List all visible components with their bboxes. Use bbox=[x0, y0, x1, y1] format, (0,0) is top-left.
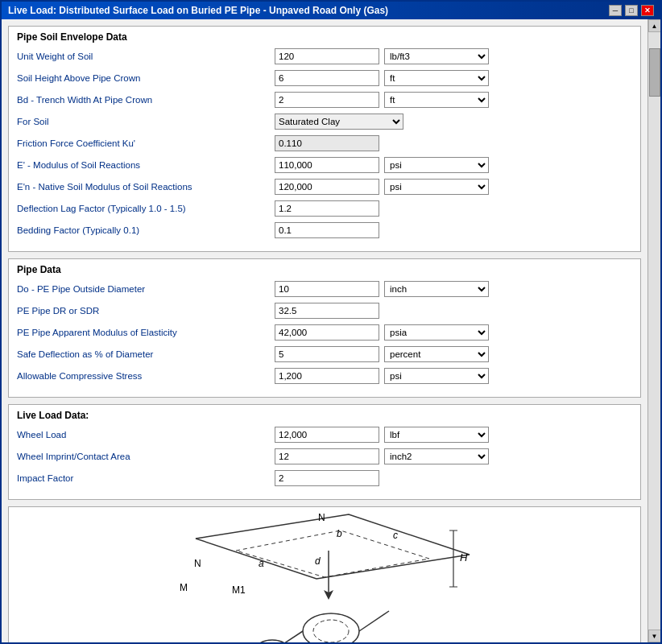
select-modulus-e[interactable]: psi bbox=[384, 157, 489, 173]
window-title: Live Load: Distributed Surface Load on B… bbox=[8, 5, 388, 16]
select-wheel-load[interactable]: lbf bbox=[384, 427, 489, 443]
field-apparent-modulus: PE Pipe Apparent Modulus of Elasticity p… bbox=[17, 324, 632, 341]
scrollbar: ▲ ▼ bbox=[648, 19, 660, 642]
svg-line-9 bbox=[359, 611, 389, 631]
diagram-svg: H N N M M1 a b c d bbox=[131, 506, 518, 642]
input-bedding-factor[interactable] bbox=[275, 222, 379, 238]
field-impact-factor: Impact Factor bbox=[17, 469, 632, 487]
label-wheel-load: Wheel Load bbox=[17, 430, 275, 440]
select-contact-area[interactable]: inch2 bbox=[384, 448, 489, 464]
field-friction: Friction Force Coefficient Ku' bbox=[17, 134, 632, 152]
field-native-modulus: E'n - Native Soil Modulus of Soil Reacti… bbox=[17, 178, 632, 196]
main-window: Live Load: Distributed Surface Load on B… bbox=[0, 0, 662, 644]
label-bedding-factor: Bedding Factor (Typically 0.1) bbox=[17, 225, 275, 235]
input-dr-sdr[interactable] bbox=[275, 303, 379, 319]
m1-label: M1 bbox=[232, 584, 246, 596]
input-safe-deflection[interactable] bbox=[275, 346, 379, 362]
label-friction: Friction Force Coefficient Ku' bbox=[17, 138, 275, 148]
m-label: M bbox=[180, 582, 188, 593]
field-bedding-factor: Bedding Factor (Typically 0.1) bbox=[17, 221, 632, 239]
a-label: a bbox=[259, 558, 264, 569]
input-modulus-e[interactable] bbox=[275, 157, 379, 173]
field-soil-height: Soil Height Above Pipe Crown ft bbox=[17, 69, 632, 87]
label-impact-factor: Impact Factor bbox=[17, 473, 275, 483]
select-unit-weight[interactable]: lb/ft3 bbox=[384, 48, 489, 64]
input-contact-area[interactable] bbox=[275, 448, 379, 464]
main-area: Pipe Soil Envelope Data Unit Weight of S… bbox=[2, 19, 648, 642]
input-wheel-load[interactable] bbox=[275, 427, 379, 443]
label-safe-deflection: Safe Deflection as % of Diameter bbox=[17, 349, 275, 359]
field-modulus-e: E' - Modulus of Soil Reactions psi bbox=[17, 156, 632, 174]
title-controls: ─ □ ✕ bbox=[609, 5, 654, 16]
field-outside-diameter: Do - PE Pipe Outside Diameter inch bbox=[17, 280, 632, 298]
field-unit-weight: Unit Weight of Soil lb/ft3 bbox=[17, 47, 632, 65]
label-trench-width: Bd - Trench Width At Pipe Crown bbox=[17, 95, 275, 105]
svg-marker-1 bbox=[236, 530, 429, 577]
c-label: c bbox=[393, 530, 398, 541]
input-unit-weight[interactable] bbox=[275, 48, 379, 64]
input-soil-height[interactable] bbox=[275, 70, 379, 86]
n-label-left: N bbox=[194, 558, 201, 569]
label-unit-weight: Unit Weight of Soil bbox=[17, 52, 275, 61]
label-dr-sdr: PE Pipe DR or SDR bbox=[17, 306, 275, 316]
field-safe-deflection: Safe Deflection as % of Diameter percent bbox=[17, 345, 632, 363]
input-deflection-lag[interactable] bbox=[275, 200, 379, 217]
select-apparent-modulus[interactable]: psia bbox=[384, 324, 489, 341]
svg-point-10 bbox=[254, 640, 290, 642]
scroll-thumb[interactable] bbox=[649, 48, 660, 97]
field-dr-sdr: PE Pipe DR or SDR bbox=[17, 302, 632, 320]
input-impact-factor[interactable] bbox=[275, 470, 379, 486]
input-outside-diameter[interactable] bbox=[275, 281, 379, 297]
input-apparent-modulus[interactable] bbox=[275, 324, 379, 341]
select-trench-width[interactable]: ft bbox=[384, 92, 489, 108]
label-apparent-modulus: PE Pipe Apparent Modulus of Elasticity bbox=[17, 328, 275, 337]
soil-envelope-section: Pipe Soil Envelope Data Unit Weight of S… bbox=[8, 26, 641, 252]
input-friction bbox=[275, 135, 379, 151]
title-bar: Live Load: Distributed Surface Load on B… bbox=[2, 2, 660, 19]
h-label: H bbox=[460, 551, 468, 564]
select-outside-diameter[interactable]: inch bbox=[384, 281, 489, 297]
select-compressive-stress[interactable]: psi bbox=[384, 368, 489, 384]
input-trench-width[interactable] bbox=[275, 92, 379, 108]
live-load-section: Live Load Data: Wheel Load lbf Wheel Imp… bbox=[8, 404, 641, 500]
label-native-modulus: E'n - Native Soil Modulus of Soil Reacti… bbox=[17, 182, 275, 192]
scroll-up-button[interactable]: ▲ bbox=[648, 19, 661, 32]
input-compressive-stress[interactable] bbox=[275, 368, 379, 384]
label-compressive-stress: Allowable Compressive Stress bbox=[17, 371, 275, 381]
label-soil-height: Soil Height Above Pipe Crown bbox=[17, 73, 275, 83]
live-load-title: Live Load Data: bbox=[17, 410, 632, 421]
d-label: d bbox=[315, 555, 321, 567]
label-modulus-e: E' - Modulus of Soil Reactions bbox=[17, 160, 275, 170]
select-native-modulus[interactable]: psi bbox=[384, 179, 489, 195]
select-safe-deflection[interactable]: percent bbox=[384, 346, 489, 362]
input-native-modulus[interactable] bbox=[275, 179, 379, 195]
pipe-data-section: Pipe Data Do - PE Pipe Outside Diameter … bbox=[8, 258, 641, 398]
field-contact-area: Wheel Imprint/Contact Area inch2 bbox=[17, 448, 632, 465]
window-content: Pipe Soil Envelope Data Unit Weight of S… bbox=[2, 19, 660, 642]
label-contact-area: Wheel Imprint/Contact Area bbox=[17, 452, 275, 461]
scroll-down-button[interactable]: ▼ bbox=[648, 630, 661, 642]
label-outside-diameter: Do - PE Pipe Outside Diameter bbox=[17, 284, 275, 294]
close-button[interactable]: ✕ bbox=[641, 5, 654, 16]
soil-envelope-title: Pipe Soil Envelope Data bbox=[17, 31, 632, 43]
select-soil-height[interactable]: ft bbox=[384, 70, 489, 86]
field-compressive-stress: Allowable Compressive Stress psi bbox=[17, 367, 632, 385]
field-trench-width: Bd - Trench Width At Pipe Crown ft bbox=[17, 91, 632, 109]
field-deflection-lag: Deflection Lag Factor (Typically 1.0 - 1… bbox=[17, 200, 632, 217]
n-label-top: N bbox=[318, 512, 325, 523]
diagram-section: H N N M M1 a b c d bbox=[8, 506, 641, 642]
minimize-button[interactable]: ─ bbox=[609, 5, 622, 16]
select-for-soil[interactable]: Saturated Clay Sand Silt Clay bbox=[275, 114, 403, 130]
restore-button[interactable]: □ bbox=[625, 5, 638, 16]
svg-point-6 bbox=[303, 613, 359, 642]
field-for-soil: For Soil Saturated Clay Sand Silt Clay bbox=[17, 113, 632, 130]
b-label: b bbox=[337, 528, 342, 539]
field-wheel-load: Wheel Load lbf bbox=[17, 426, 632, 444]
label-deflection-lag: Deflection Lag Factor (Typically 1.0 - 1… bbox=[17, 204, 275, 213]
svg-marker-0 bbox=[196, 514, 470, 579]
pipe-data-title: Pipe Data bbox=[17, 264, 632, 275]
label-for-soil: For Soil bbox=[17, 117, 275, 126]
